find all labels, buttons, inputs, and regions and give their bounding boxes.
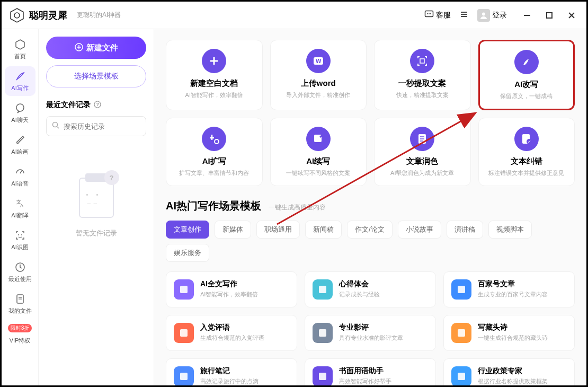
svg-point-20 — [21, 234, 22, 235]
feature-card-4[interactable]: AI扩写扩写文章、丰富情节和内容 — [166, 118, 263, 186]
menu-icon[interactable] — [459, 10, 469, 21]
template-subtitle: 具有专业水准的影评文章 — [339, 334, 403, 342]
nav-label: AI绘画 — [11, 148, 28, 156]
template-card-4[interactable]: 专业影评具有专业水准的影评文章 — [305, 315, 436, 351]
feature-card-7[interactable]: ✓文本纠错标注错误文本并提供修正意见 — [478, 118, 575, 186]
category-tab-1[interactable]: 新媒体 — [215, 221, 251, 239]
template-card-2[interactable]: 百家号文章生成专业的百家号文章内容 — [443, 271, 575, 307]
feature-card-0[interactable]: 新建空白文档AI智能写作，效率翻倍 — [166, 40, 263, 110]
btn-label: 选择场景模板 — [74, 72, 119, 80]
template-icon — [313, 323, 333, 343]
template-card-8[interactable]: 行业政策专家根据行业名称提供政策框架 — [443, 358, 575, 385]
search-input[interactable] — [46, 116, 146, 136]
search-field[interactable] — [64, 122, 153, 130]
nav-vip[interactable]: VIP特权 — [5, 335, 35, 345]
nav-recent[interactable]: 最近使用 — [5, 257, 35, 287]
feature-card-6[interactable]: 文章润色AI帮您润色为成为新文章 — [374, 118, 471, 186]
template-card-5[interactable]: 写藏头诗一键生成符合规范的藏头诗 — [443, 315, 575, 351]
card-subtitle: AI智能写作，效率翻倍 — [171, 91, 258, 99]
nav-ai-translate[interactable]: 文AAI翻译 — [5, 194, 35, 223]
app-tagline: 更聪明的AI神器 — [77, 11, 121, 20]
svg-rect-48 — [458, 286, 465, 293]
login-button[interactable]: 登录 — [477, 9, 507, 22]
template-title: 心得体会 — [339, 279, 380, 289]
card-icon — [202, 49, 226, 73]
nav-label: AI写作 — [11, 84, 28, 92]
card-subtitle: 快速，精准提取文案 — [379, 91, 466, 99]
template-icon — [451, 279, 471, 300]
category-tab-3[interactable]: 新闻稿 — [305, 221, 342, 239]
minimize-button[interactable] — [520, 8, 534, 23]
template-icon — [451, 323, 471, 343]
category-tab-4[interactable]: 作文/论文 — [347, 221, 393, 239]
template-title: 书面用语助手 — [339, 366, 391, 376]
category-tab-8[interactable]: 娱乐服务 — [166, 244, 209, 262]
card-icon: ✓ — [514, 127, 539, 151]
svg-rect-46 — [180, 286, 188, 293]
chat-icon — [424, 10, 434, 21]
section-title: AI热门写作场景模板 — [166, 199, 261, 213]
svg-text:W: W — [316, 58, 322, 64]
brush-icon — [14, 134, 26, 146]
template-title: 旅行笔记 — [200, 366, 259, 376]
nav-ai-voice[interactable]: AI语音 — [5, 162, 35, 191]
card-icon: W — [306, 49, 331, 73]
template-card-7[interactable]: 书面用语助手高效智能写作好帮手 — [305, 358, 436, 385]
svg-marker-0 — [11, 8, 23, 22]
nav-ai-write[interactable]: AI写作 — [5, 66, 35, 96]
template-card-6[interactable]: 旅行笔记高效记录旅行中的点滴 — [166, 358, 297, 385]
card-subtitle: 保留原义，一键成稿 — [484, 92, 569, 100]
feature-card-2[interactable]: 一秒提取文案快速，精准提取文案 — [374, 40, 471, 110]
category-tab-0[interactable]: 文章创作 — [166, 221, 209, 239]
maximize-button[interactable] — [542, 8, 557, 23]
close-button[interactable] — [564, 8, 579, 23]
nav-ai-draw[interactable]: AI绘画 — [5, 130, 35, 160]
nav-label: VIP特权 — [10, 337, 31, 345]
svg-point-3 — [427, 13, 428, 14]
category-tab-2[interactable]: 职场通用 — [256, 221, 300, 239]
help-icon[interactable]: ? — [94, 101, 101, 110]
template-card-1[interactable]: 心得体会记录成长与经验 — [305, 271, 436, 307]
support-button[interactable]: 客服 — [424, 10, 451, 21]
template-card-0[interactable]: AI全文写作AI智能写作，效率翻倍 — [166, 271, 297, 307]
feature-card-5[interactable]: AI续写一键续写不同风格的文案 — [270, 118, 367, 186]
feature-card-3[interactable]: AI改写保留原义，一键成稿 — [478, 40, 575, 110]
template-icon — [174, 366, 194, 385]
svg-text:A: A — [20, 203, 23, 208]
nav-label: 我的文件 — [8, 307, 32, 315]
svg-text:?: ? — [96, 102, 100, 107]
new-file-button[interactable]: 新建文件 — [46, 37, 146, 59]
clock-icon — [14, 261, 26, 273]
svg-text:✓: ✓ — [528, 139, 531, 144]
nav-ai-image[interactable]: AI识图 — [5, 225, 35, 255]
svg-rect-53 — [319, 373, 326, 380]
category-tab-5[interactable]: 小说故事 — [398, 221, 441, 239]
nav-home[interactable]: 首页 — [5, 34, 35, 64]
svg-point-37 — [215, 139, 219, 144]
card-subtitle: 扩写文章、丰富情节和内容 — [171, 169, 258, 177]
nav-label: AI聊天 — [11, 116, 28, 124]
template-title: AI全文写作 — [200, 279, 258, 289]
card-subtitle: AI帮您润色为成为新文章 — [379, 169, 466, 177]
nav-myfiles[interactable]: 我的文件 — [5, 289, 35, 319]
nav-ai-chat[interactable]: AI聊天 — [5, 98, 35, 128]
template-subtitle: 高效记录旅行中的点滴 — [200, 377, 259, 385]
btn-label: 新建文件 — [86, 43, 118, 53]
category-tab-7[interactable]: 视频脚本 — [488, 221, 532, 239]
category-tab-6[interactable]: 演讲稿 — [447, 221, 483, 239]
template-subtitle: AI智能写作，效率翻倍 — [200, 291, 258, 298]
template-card-3[interactable]: 入党评语生成符合规范的入党评语 — [166, 315, 297, 351]
speedometer-icon — [14, 166, 26, 178]
scene-template-button[interactable]: 选择场景模板 — [46, 65, 146, 87]
login-label: 登录 — [492, 11, 507, 20]
svg-point-9 — [482, 12, 485, 15]
feature-card-1[interactable]: W上传word导入外部文件，精准创作 — [270, 40, 367, 110]
section-subtitle: 一键生成高质量内容 — [269, 203, 326, 212]
svg-point-4 — [429, 13, 430, 14]
chat-bubble-icon — [14, 102, 26, 114]
empty-clipboard-icon: ? • •__ — [73, 168, 120, 221]
template-icon — [313, 279, 333, 300]
svg-rect-52 — [180, 373, 188, 380]
svg-point-30 — [53, 122, 58, 127]
template-icon — [174, 279, 194, 300]
